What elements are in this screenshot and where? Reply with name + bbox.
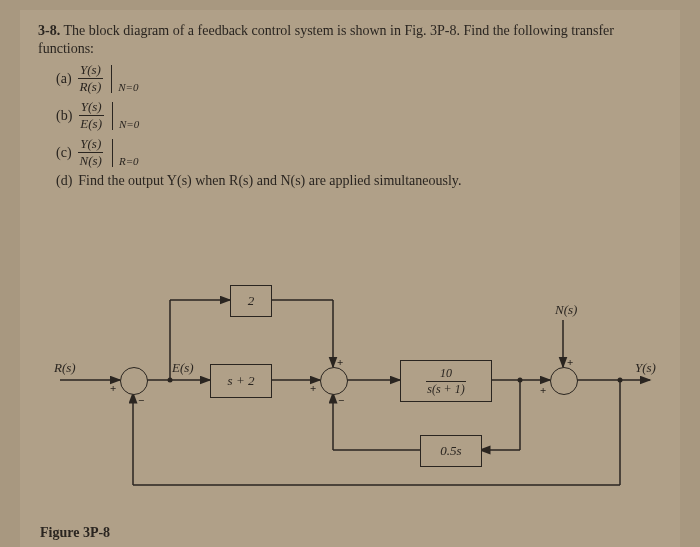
part-a-label: (a) <box>56 71 72 87</box>
sum2-plus-top: + <box>337 356 343 368</box>
label-N: N(s) <box>555 302 577 318</box>
sum3-plus-left: + <box>540 384 546 396</box>
part-c: (c) Y(s) N(s) R=0 <box>56 136 662 169</box>
label-Y: Y(s) <box>635 360 656 376</box>
svg-point-19 <box>518 378 523 383</box>
sum2-minus: − <box>338 394 344 406</box>
problem-number: 3-8. <box>38 23 60 38</box>
summer-1 <box>120 367 148 395</box>
prompt-text: The block diagram of a feedback control … <box>38 23 614 56</box>
parts-list: (a) Y(s) R(s) N=0 (b) Y(s) E(s) N=0 (c) … <box>56 62 662 189</box>
part-d-label: (d) <box>56 173 72 189</box>
summer-3 <box>550 367 578 395</box>
part-b-cond: N=0 <box>119 118 139 130</box>
part-c-cond: R=0 <box>119 155 139 167</box>
summer-2 <box>320 367 348 395</box>
svg-point-20 <box>618 378 623 383</box>
svg-point-18 <box>168 378 173 383</box>
part-a-fraction: Y(s) R(s) <box>78 62 104 95</box>
part-b: (b) Y(s) E(s) N=0 <box>56 99 662 132</box>
plant-block: 10 s(s + 1) <box>400 360 492 402</box>
feedback-block: 0.5s <box>420 435 482 467</box>
sum3-plus-top: + <box>567 356 573 368</box>
part-b-label: (b) <box>56 108 72 124</box>
eval-bar <box>111 65 112 93</box>
eval-bar <box>112 102 113 130</box>
block-diagram: + − + + − + + 2 s + 2 10 s(s + 1) 0.5s R… <box>60 260 660 500</box>
label-R: R(s) <box>54 360 76 376</box>
plant-num: 10 <box>426 366 466 382</box>
part-c-fraction: Y(s) N(s) <box>78 136 104 169</box>
part-c-label: (c) <box>56 145 72 161</box>
controller-block: s + 2 <box>210 364 272 398</box>
plant-den: s(s + 1) <box>427 382 464 397</box>
part-d-text: Find the output Y(s) when R(s) and N(s) … <box>78 173 461 189</box>
part-a-cond: N=0 <box>118 81 138 93</box>
sum2-plus-left: + <box>310 382 316 394</box>
problem-prompt: 3-8. The block diagram of a feedback con… <box>38 22 662 58</box>
part-d: (d) Find the output Y(s) when R(s) and N… <box>56 173 662 189</box>
part-a: (a) Y(s) R(s) N=0 <box>56 62 662 95</box>
figure-caption: Figure 3P-8 <box>40 525 110 541</box>
sum1-minus: − <box>138 394 144 406</box>
part-b-fraction: Y(s) E(s) <box>78 99 104 132</box>
eval-bar <box>112 139 113 167</box>
label-E: E(s) <box>172 360 194 376</box>
sum1-plus: + <box>110 382 116 394</box>
feedforward-block: 2 <box>230 285 272 317</box>
